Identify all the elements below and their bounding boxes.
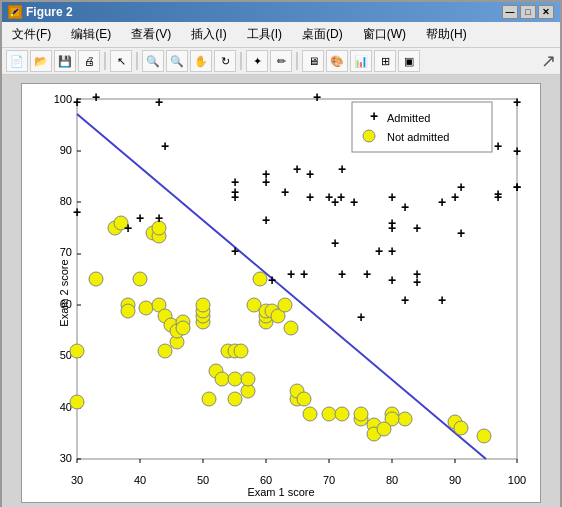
svg-text:+: +: [388, 272, 396, 288]
svg-text:+: +: [388, 243, 396, 259]
svg-text:70: 70: [323, 474, 335, 486]
cursor-button[interactable]: ↖: [110, 50, 132, 72]
colormap-button[interactable]: 🎨: [326, 50, 348, 72]
zoom-out-button[interactable]: 🔍: [166, 50, 188, 72]
undock-arrow[interactable]: ↗: [541, 50, 556, 72]
svg-text:30: 30: [71, 474, 83, 486]
toolbar-separator-3: [240, 52, 242, 70]
svg-text:100: 100: [54, 93, 72, 105]
maximize-button[interactable]: □: [520, 5, 536, 19]
rotate-button[interactable]: ↻: [214, 50, 236, 72]
svg-text:+: +: [231, 174, 239, 190]
svg-point-79: [278, 298, 292, 312]
svg-text:+: +: [155, 94, 163, 110]
svg-point-157: [363, 130, 375, 142]
svg-text:+: +: [388, 220, 396, 236]
svg-text:+: +: [457, 225, 465, 241]
zoom-in-button[interactable]: 🔍: [142, 50, 164, 72]
menu-file[interactable]: 文件(F): [6, 24, 57, 45]
svg-text:+: +: [494, 138, 502, 154]
svg-point-66: [228, 392, 242, 406]
title-bar: + Figure 2 — □ ✕: [2, 2, 560, 22]
svg-text:+: +: [14, 8, 17, 14]
svg-text:+: +: [451, 189, 459, 205]
svg-text:90: 90: [60, 144, 72, 156]
window-title: Figure 2: [26, 5, 73, 19]
svg-text:+: +: [513, 143, 521, 159]
svg-point-85: [322, 407, 336, 421]
svg-text:60: 60: [260, 474, 272, 486]
svg-text:+: +: [363, 266, 371, 282]
pan-button[interactable]: ✋: [190, 50, 212, 72]
chart-svg: 30 40 50 60 70 80 90 100 30 40: [22, 84, 542, 504]
svg-point-71: [241, 372, 255, 386]
svg-text:+: +: [262, 212, 270, 228]
plot-tools-button[interactable]: 📊: [350, 50, 372, 72]
menu-help[interactable]: 帮助(H): [420, 24, 473, 45]
print-fig-button[interactable]: 🖥: [302, 50, 324, 72]
chart-area: Exam 2 score Exam 1 score 30 40 50 60 70…: [21, 83, 541, 503]
svg-text:+: +: [124, 220, 132, 236]
svg-text:+: +: [370, 108, 378, 124]
svg-text:Admitted: Admitted: [387, 112, 430, 124]
svg-text:80: 80: [386, 474, 398, 486]
svg-point-64: [215, 372, 229, 386]
menu-window[interactable]: 窗口(W): [357, 24, 412, 45]
svg-text:+: +: [73, 204, 81, 220]
svg-text:+: +: [388, 189, 396, 205]
minimize-button[interactable]: —: [502, 5, 518, 19]
svg-text:80: 80: [60, 195, 72, 207]
svg-text:+: +: [262, 174, 270, 190]
svg-text:+: +: [338, 266, 346, 282]
svg-text:+: +: [306, 189, 314, 205]
svg-text:+: +: [438, 194, 446, 210]
toolbar-separator-2: [136, 52, 138, 70]
save-button[interactable]: 💾: [54, 50, 76, 72]
svg-text:+: +: [293, 161, 301, 177]
title-bar-left: + Figure 2: [8, 5, 73, 19]
open-button[interactable]: 📂: [30, 50, 52, 72]
data-cursor-button[interactable]: ✦: [246, 50, 268, 72]
close-button[interactable]: ✕: [538, 5, 554, 19]
svg-text:40: 40: [134, 474, 146, 486]
svg-text:+: +: [338, 161, 346, 177]
menu-desktop[interactable]: 桌面(D): [296, 24, 349, 45]
svg-text:+: +: [136, 210, 144, 226]
svg-text:+: +: [268, 272, 276, 288]
menu-view[interactable]: 查看(V): [125, 24, 177, 45]
svg-text:60: 60: [60, 298, 72, 310]
svg-point-69: [234, 344, 248, 358]
menu-insert[interactable]: 插入(I): [185, 24, 232, 45]
new-button[interactable]: 📄: [6, 50, 28, 72]
svg-text:+: +: [413, 274, 421, 290]
svg-point-46: [139, 301, 153, 315]
svg-point-57: [176, 321, 190, 335]
svg-point-86: [335, 407, 349, 421]
svg-text:90: 90: [449, 474, 461, 486]
svg-text:+: +: [357, 309, 365, 325]
svg-point-38: [70, 344, 84, 358]
svg-point-84: [303, 407, 317, 421]
toolbar-separator-1: [104, 52, 106, 70]
layout-button[interactable]: ⊞: [374, 50, 396, 72]
toolbar: 📄 📂 💾 🖨 ↖ 🔍 🔍 ✋ ↻ ✦ ✏ 🖥 🎨 📊 ⊞ ▣ ↗: [2, 48, 560, 75]
svg-text:+: +: [306, 166, 314, 182]
svg-point-52: [158, 344, 172, 358]
svg-text:+: +: [325, 189, 333, 205]
dock-button[interactable]: ▣: [398, 50, 420, 72]
svg-point-90: [398, 412, 412, 426]
svg-point-73: [253, 272, 267, 286]
title-bar-buttons: — □ ✕: [502, 5, 554, 19]
brush-button[interactable]: ✏: [270, 50, 292, 72]
menu-tools[interactable]: 工具(I): [241, 24, 288, 45]
svg-text:+: +: [73, 94, 81, 110]
svg-point-83: [297, 392, 311, 406]
print-button[interactable]: 🖨: [78, 50, 100, 72]
svg-text:+: +: [438, 292, 446, 308]
svg-point-88: [354, 407, 368, 421]
svg-point-96: [377, 422, 391, 436]
menu-edit[interactable]: 编辑(E): [65, 24, 117, 45]
svg-point-40: [89, 272, 103, 286]
svg-text:+: +: [350, 194, 358, 210]
svg-text:+: +: [161, 138, 169, 154]
